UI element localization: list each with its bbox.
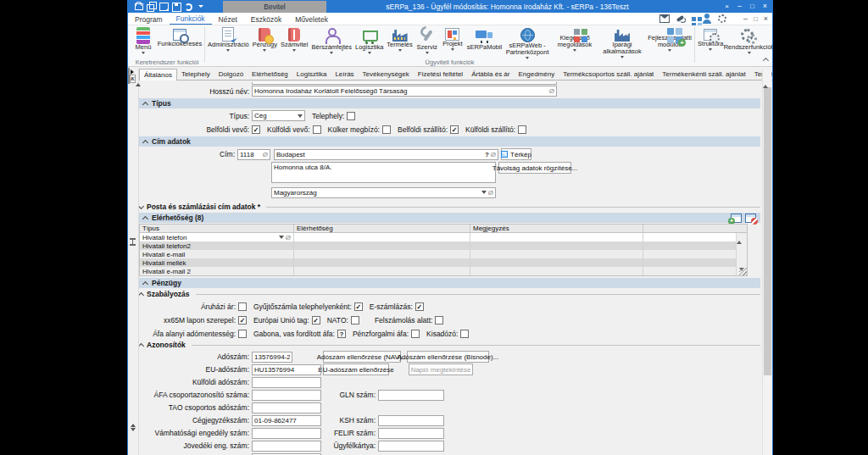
table-row[interactable]: Hivatali e-mail [140,250,747,258]
maximize-icon[interactable] [750,3,754,10]
vamhatosagi-input[interactable] [252,428,321,439]
menu-program[interactable]: Program [128,13,170,25]
pin-icon[interactable] [725,3,729,10]
ugyfelkartya-input[interactable] [378,441,444,452]
menu-funkciok[interactable]: Funkciók [170,13,212,25]
lookup-icon[interactable] [485,151,489,158]
table-row[interactable]: Hivatali mellék [140,258,747,267]
naplo-button[interactable]: Napló megtekintése [409,363,473,375]
copy-icon[interactable] [147,2,156,11]
section-cim-adatok[interactable]: Cím adatok [139,136,760,147]
tab-engedmeny[interactable]: Engedmény [514,69,559,80]
attachment-icon[interactable] [286,234,291,241]
section-tipus[interactable]: Típus [139,98,760,108]
attachment-icon[interactable] [491,151,496,158]
attachment-icon[interactable] [263,151,268,158]
apps-grid-icon[interactable] [692,17,696,21]
felszamolas-checkbox[interactable] [435,316,443,325]
delete-row-icon[interactable] [745,214,756,223]
ribbon-item-menu[interactable]: Menü [131,25,156,58]
city-input[interactable]: Budapest [274,149,498,160]
table-row[interactable]: Hivatali telefon [140,233,747,241]
tab-altalanos[interactable]: Általános [139,69,177,80]
kisadozo-checkbox[interactable] [460,330,469,338]
eu-adoszam-input[interactable]: HU13576994 [252,364,321,375]
section-szabalyozas[interactable]: Szabályozás [139,290,760,298]
eu-tag-checkbox[interactable]: ✓ [312,316,320,325]
tao-input[interactable] [252,402,321,413]
menu-eszkozok[interactable]: Eszközök [244,13,288,25]
cegjegyzekszam-input[interactable]: 01-09-862477 [252,415,321,426]
xx65m-checkbox[interactable]: ✓ [238,316,247,325]
adoszam-input[interactable]: 13576994-2-43 [252,352,292,363]
export-window-icon[interactable] [159,2,169,11]
tipus-combo[interactable]: Cég [252,110,305,121]
ribbon-item-szamvitel[interactable]: Számvitel [279,25,310,58]
kulfoldi-adoszam-input[interactable] [252,377,321,388]
street-textarea[interactable]: Homonna utca 8/A. [271,162,496,183]
mdi-close-icon[interactable] [764,14,768,23]
main-scrollbar[interactable] [762,70,771,455]
scroll-up-icon[interactable] [763,70,768,88]
tab-fizetesi-feltetel[interactable]: Fizetési feltétel [414,69,467,80]
eu-check-button[interactable]: EU-adószám ellenőrzése [323,363,389,375]
ribbon-item-projekt[interactable]: Projekt [440,25,465,58]
ribbon-item-struktura[interactable]: Struktúra [696,25,725,58]
country-combo[interactable]: Magyarország [271,187,496,198]
e-szamlazas-checkbox[interactable]: ✓ [415,302,424,311]
ribbon-item-iparagi[interactable]: Iparági alkalmazások [598,25,646,58]
gln-input[interactable] [378,390,444,401]
chevron-down-icon[interactable] [198,5,203,8]
section-penzugy[interactable]: Pénzügy [139,278,760,288]
section-posta[interactable]: Posta és számlázási cím adatok * [139,203,760,211]
terkep-button[interactable]: Térkép [501,148,531,160]
ribbon-item-penzugy[interactable]: Pénzügy [251,25,279,58]
ribbon-item-berszamfejtes[interactable]: Bérszámfejtés [309,25,353,58]
hosszu-nev-input[interactable]: Homonna Irodaház Korlátolt Felelősségű T… [252,86,557,97]
tab-leiras[interactable]: Leírás [331,69,358,80]
tab-artabla[interactable]: Ártábla és ár [467,69,514,80]
close-icon[interactable] [763,3,767,10]
user-icon[interactable] [702,14,712,23]
section-elerhetoseg[interactable]: Elérhetőség (8) [139,213,760,223]
expand-panel-icon[interactable] [128,68,130,84]
attachment-icon[interactable] [549,87,554,95]
phone-icon[interactable] [676,14,686,23]
mail-icon[interactable] [659,14,670,23]
minimize-icon[interactable] [737,3,742,10]
splitter-handle[interactable] [130,238,136,246]
chevron-down-icon[interactable] [279,236,284,239]
aruhazi-ar-checkbox[interactable] [238,302,247,311]
afa-alanyi-checkbox[interactable] [238,330,247,338]
bisnode-check-button[interactable]: Adószám ellenőrzése (Bisnode)... [407,351,489,363]
tab-logisztika[interactable]: Logisztika [292,69,331,80]
table-row[interactable]: Hivatali telefon2 [140,241,747,250]
section-azonositok[interactable]: Azonosítók [139,341,760,349]
style-button[interactable]: K [130,75,136,83]
ribbon-item-logisztika[interactable]: Logisztika [353,25,385,58]
tavolsag-button[interactable]: Távolság adatok rögzítése... [498,162,571,174]
gear-icon[interactable] [718,14,726,23]
ribbon-item-termeles[interactable]: Termelés [385,25,414,58]
menu-muveletek[interactable]: Műveletek [288,13,335,25]
zip-input[interactable]: 1118 [237,149,270,160]
mdi-minimize-icon[interactable] [743,14,748,23]
column-header[interactable]: Típus [140,225,294,232]
gabona-checkbox[interactable]: ? [337,330,346,338]
ribbon-item-kiegeszito[interactable]: Kiegészítő megoldások [551,25,598,58]
belfoldi-szallito-checkbox[interactable]: ✓ [450,125,459,134]
ribbon-item-serpaweb[interactable]: sERPaWeb - Partnerközpont [504,25,551,58]
column-header[interactable]: Elérhetőség [294,225,470,232]
nav-check-button[interactable]: Adószám ellenőrzése (NAV)... [323,351,401,363]
tab-dolgozo[interactable]: Dolgozó [214,69,248,80]
afa-csoport-input[interactable] [252,390,321,401]
ksh-input[interactable] [378,415,444,426]
ribbon-item-rendszerfunkciok[interactable]: Rendszerfunkciók [726,25,773,58]
nato-checkbox[interactable] [351,316,359,325]
tab-termekenkenti[interactable]: Termékenkénti száll. ajánlat [658,69,749,80]
column-header[interactable]: Megjegyzés [470,225,643,232]
tab-termekcsoportos[interactable]: Termékcsoportos száll. ajánlat [559,69,658,80]
kulfoldi-szallito-checkbox[interactable] [518,125,526,134]
jovedeki-input[interactable] [252,441,321,452]
kulfoldi-vevo-checkbox[interactable] [313,125,321,134]
